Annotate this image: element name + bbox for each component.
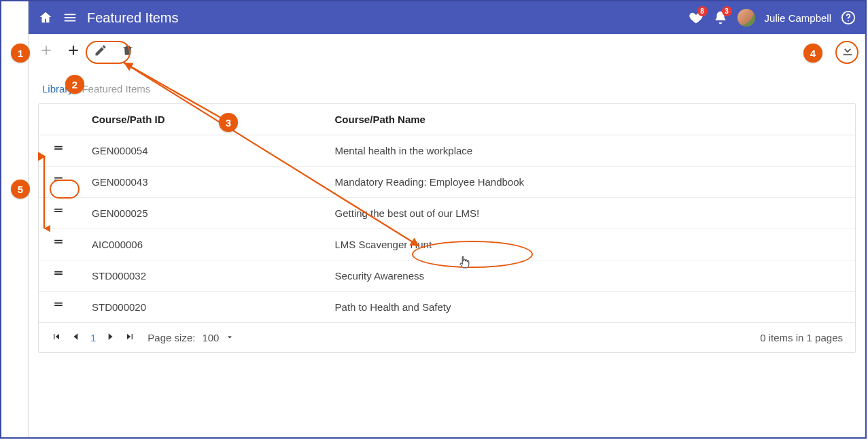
page-size-label: Page size: xyxy=(147,332,195,343)
bell-badge: 3 xyxy=(722,6,732,16)
menu-icon[interactable] xyxy=(63,10,77,25)
drag-handle-icon[interactable] xyxy=(51,207,66,217)
svg-rect-10 xyxy=(54,271,63,273)
callout-5: 5 xyxy=(11,180,30,199)
breadcrumb: Library Featured Items xyxy=(29,78,865,100)
cell-course-name: Mental health in the workplace xyxy=(323,135,855,167)
page-title: Featured Items xyxy=(87,10,179,26)
table-row[interactable]: AIC000006LMS Scavenger Hunt xyxy=(39,229,855,260)
drag-handle-icon[interactable] xyxy=(51,239,66,248)
svg-rect-13 xyxy=(54,305,63,306)
callout-1: 1 xyxy=(11,44,30,63)
home-icon[interactable] xyxy=(38,10,53,25)
edit-button[interactable] xyxy=(92,42,109,58)
drag-handle-icon[interactable] xyxy=(51,145,66,154)
col-course-id[interactable]: Course/Path ID xyxy=(80,104,323,135)
pager-first-icon[interactable] xyxy=(51,331,62,344)
page-size-dropdown-icon[interactable] xyxy=(226,332,234,343)
add-path-button[interactable] xyxy=(65,42,82,58)
col-handle xyxy=(39,104,80,135)
cell-course-id: AIC000006 xyxy=(80,229,323,260)
table-row[interactable]: GEN000043Mandatory Reading: Employee Han… xyxy=(39,167,855,198)
cell-course-id: GEN000025 xyxy=(80,198,323,229)
cell-course-name: Mandatory Reading: Employee Handbook xyxy=(323,167,855,198)
cell-course-name: Security Awareness xyxy=(323,260,855,292)
topbar: Featured Items 8 3 Julie Campbell xyxy=(29,1,865,34)
pager-page-number[interactable]: 1 xyxy=(90,332,96,343)
svg-rect-6 xyxy=(54,209,63,210)
svg-rect-11 xyxy=(54,273,63,275)
pager: 1 Page size: 100 0 items in 1 pages xyxy=(39,322,855,352)
download-button[interactable] xyxy=(839,42,856,58)
svg-rect-2 xyxy=(54,146,63,148)
svg-point-1 xyxy=(848,20,849,22)
cell-course-id: GEN000054 xyxy=(80,135,323,167)
page-size-value[interactable]: 100 xyxy=(202,332,219,343)
table-row[interactable]: STD000032Security Awareness xyxy=(39,260,855,292)
add-course-button[interactable] xyxy=(38,42,54,58)
callout-2: 2 xyxy=(65,75,84,94)
avatar[interactable] xyxy=(737,9,755,27)
pager-prev-icon[interactable] xyxy=(71,332,81,343)
cell-course-id: STD000020 xyxy=(80,292,323,323)
pager-summary: 0 items in 1 pages xyxy=(760,332,843,343)
svg-rect-8 xyxy=(54,240,63,241)
pager-last-icon[interactable] xyxy=(124,331,135,344)
cell-course-id: STD000032 xyxy=(80,260,323,292)
sidebar-stub xyxy=(1,1,29,437)
cell-course-name: LMS Scavenger Hunt xyxy=(323,229,855,260)
cell-course-id: GEN000043 xyxy=(80,167,323,198)
drag-handle-icon[interactable] xyxy=(51,176,66,186)
pager-next-icon[interactable] xyxy=(105,332,115,343)
col-course-name[interactable]: Course/Path Name xyxy=(323,104,855,135)
delete-button[interactable] xyxy=(120,42,136,58)
cell-course-name: Getting the best out of our LMS! xyxy=(323,198,855,229)
svg-rect-5 xyxy=(54,180,63,181)
drag-handle-icon[interactable] xyxy=(51,301,66,311)
table-row[interactable]: GEN000025Getting the best out of our LMS… xyxy=(39,198,855,229)
svg-rect-4 xyxy=(54,177,63,179)
svg-rect-9 xyxy=(54,242,63,243)
svg-rect-3 xyxy=(54,148,63,150)
items-table: Course/Path ID Course/Path Name GEN00005… xyxy=(39,104,855,322)
help-icon[interactable] xyxy=(841,10,856,25)
toolbar xyxy=(29,34,865,67)
user-name[interactable]: Julie Campbell xyxy=(765,12,831,24)
breadcrumb-current: Featured Items xyxy=(82,83,150,95)
svg-rect-7 xyxy=(54,211,63,212)
items-card: Course/Path ID Course/Path Name GEN00005… xyxy=(38,103,856,353)
heart-badge: 8 xyxy=(697,6,708,16)
table-row[interactable]: GEN000054Mental health in the workplace xyxy=(39,135,855,167)
callout-3: 3 xyxy=(219,113,238,132)
cell-course-name: Path to Health and Safety xyxy=(323,292,855,323)
table-row[interactable]: STD000020Path to Health and Safety xyxy=(39,292,855,323)
svg-rect-12 xyxy=(54,303,63,304)
drag-handle-icon[interactable] xyxy=(51,270,66,280)
callout-4: 4 xyxy=(803,44,822,63)
